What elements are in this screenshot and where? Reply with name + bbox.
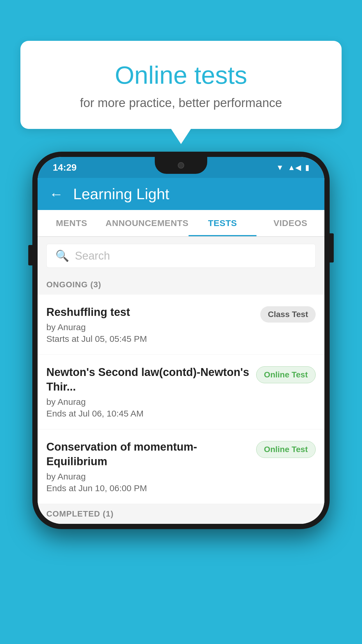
test-badge-1: Class Test (260, 306, 316, 323)
test-item-2[interactable]: Newton's Second law(contd)-Newton's Thir… (38, 355, 324, 429)
test-item-3[interactable]: Conservation of momentum-Equilibrium by … (38, 429, 324, 504)
status-icons: ▼ ▲◀ ▮ (276, 163, 309, 172)
test-title-2: Newton's Second law(contd)-Newton's Thir… (46, 365, 250, 394)
tab-tests[interactable]: TESTS (189, 210, 256, 236)
back-button[interactable]: ← (49, 186, 63, 202)
tabs-container: MENTS ANNOUNCEMENTS TESTS VIDEOS (38, 210, 324, 237)
test-badge-2: Online Test (256, 366, 316, 383)
status-time: 14:29 (53, 162, 77, 173)
tab-ments[interactable]: MENTS (38, 210, 106, 236)
test-date-1: Starts at Jul 05, 05:45 PM (46, 334, 254, 344)
camera-dot (178, 162, 184, 169)
wifi-icon: ▼ (276, 163, 284, 172)
speech-bubble-container: Online tests for more practice, better p… (20, 41, 342, 129)
bubble-title: Online tests (38, 61, 324, 89)
notch (155, 157, 207, 174)
test-title-1: Reshuffling test (46, 305, 254, 319)
phone-container: 14:29 ▼ ▲◀ ▮ ← Learning Light MENTS ANNO… (32, 152, 330, 529)
search-bar[interactable]: 🔍 Search (46, 244, 316, 268)
test-list: Reshuffling test by Anurag Starts at Jul… (38, 295, 324, 504)
test-by-3: by Anurag (46, 472, 250, 482)
search-input[interactable]: Search (75, 250, 110, 262)
test-date-3: Ends at Jun 10, 06:00 PM (46, 483, 250, 493)
bubble-subtitle: for more practice, better performance (38, 96, 324, 110)
tab-announcements[interactable]: ANNOUNCEMENTS (106, 210, 189, 236)
ongoing-section-label: ONGOING (3) (38, 275, 324, 295)
test-by-2: by Anurag (46, 397, 250, 407)
test-item[interactable]: Reshuffling test by Anurag Starts at Jul… (38, 295, 324, 355)
status-bar: 14:29 ▼ ▲◀ ▮ (38, 157, 324, 178)
test-info-3: Conservation of momentum-Equilibrium by … (46, 440, 250, 493)
test-by-1: by Anurag (46, 322, 254, 332)
test-title-3: Conservation of momentum-Equilibrium (46, 440, 250, 469)
completed-section-label: COMPLETED (1) (38, 504, 324, 524)
search-container: 🔍 Search (38, 237, 324, 275)
phone-inner: 14:29 ▼ ▲◀ ▮ ← Learning Light MENTS ANNO… (38, 157, 324, 524)
app-bar: ← Learning Light (38, 178, 324, 210)
battery-icon: ▮ (305, 163, 309, 172)
search-icon: 🔍 (55, 249, 69, 262)
signal-icon: ▲◀ (288, 163, 301, 172)
tab-videos[interactable]: VIDEOS (256, 210, 324, 236)
speech-bubble: Online tests for more practice, better p… (20, 41, 342, 129)
test-badge-3: Online Test (256, 441, 316, 458)
phone-frame: 14:29 ▼ ▲◀ ▮ ← Learning Light MENTS ANNO… (32, 152, 330, 529)
test-info-1: Reshuffling test by Anurag Starts at Jul… (46, 305, 254, 344)
test-date-2: Ends at Jul 06, 10:45 AM (46, 409, 250, 419)
test-info-2: Newton's Second law(contd)-Newton's Thir… (46, 365, 250, 419)
app-bar-title: Learning Light (73, 185, 169, 203)
